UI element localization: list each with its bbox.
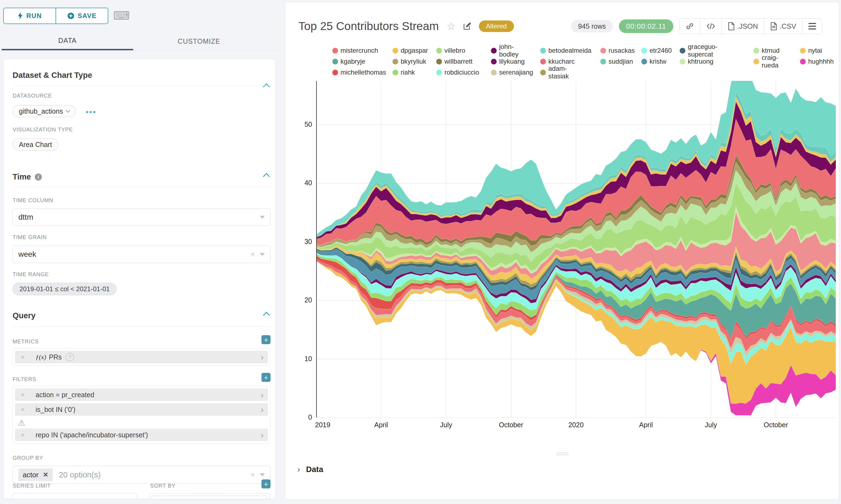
edit-title-icon[interactable] <box>462 22 472 31</box>
legend-item[interactable]: riahk <box>393 68 415 77</box>
legend-dot-icon <box>332 48 338 54</box>
clear-icon[interactable]: × <box>251 470 255 479</box>
remove-icon[interactable]: × <box>15 389 31 401</box>
add-filter-button[interactable]: + <box>261 373 271 382</box>
tab-customize[interactable]: CUSTOMIZE <box>133 32 265 50</box>
legend-item[interactable]: craig-rueda <box>754 56 778 66</box>
legend-item[interactable]: kgabryje <box>332 56 365 66</box>
remove-icon[interactable]: × <box>15 403 31 416</box>
sort-by-label: SORT BY <box>150 483 176 489</box>
row-count-badge: 945 rows <box>571 20 613 33</box>
save-button[interactable]: SAVE <box>56 8 108 23</box>
export-button-group: .JSON .CSV <box>680 18 822 34</box>
legend-label: kristw <box>650 58 666 65</box>
run-button[interactable]: RUN <box>4 8 55 23</box>
time-grain-select[interactable]: week × <box>13 246 271 263</box>
legend-item[interactable]: hughhhh <box>800 56 834 66</box>
group-by-placeholder: 20 option(s) <box>59 470 101 480</box>
legend-item[interactable]: lilykuang <box>491 56 525 66</box>
legend-item[interactable]: betodealmeida <box>540 46 591 55</box>
json-label: .JSON <box>737 22 758 31</box>
legend-dot-icon <box>540 48 546 54</box>
export-csv-button[interactable]: .CSV <box>764 19 803 34</box>
viz-type-select[interactable]: Area Chart <box>13 139 58 150</box>
legend-label: kgabryje <box>341 58 365 65</box>
altered-badge: Altered <box>479 20 514 32</box>
keyboard-shortcut-icon[interactable]: ⌨ <box>113 10 130 22</box>
filters-label: FILTERS <box>13 376 36 382</box>
time-range-pill[interactable]: 2019-01-01 ≤ col < 2021-01-01 <box>13 283 117 295</box>
legend-item[interactable]: graceguo-supercat <box>680 46 717 55</box>
legend-dot-icon <box>393 59 398 65</box>
add-metric-button[interactable]: + <box>261 335 271 344</box>
legend-label: mistercrunch <box>341 47 378 54</box>
group-by-select[interactable]: actor ✕ 20 option(s) × <box>13 466 271 484</box>
legend-label: robdiciuccio <box>444 69 479 76</box>
legend-label: graceguo-supercat <box>688 43 717 58</box>
copy-link-button[interactable] <box>680 19 700 34</box>
remove-icon[interactable]: × <box>15 351 31 363</box>
datasource-select[interactable]: github_actions <box>13 105 76 117</box>
link-icon <box>686 22 694 30</box>
legend-dot-icon <box>540 59 546 65</box>
remove-icon[interactable]: ✕ <box>43 471 48 479</box>
legend-item[interactable]: dpgaspar <box>393 46 428 55</box>
data-section-toggle[interactable]: › Data <box>297 465 323 474</box>
time-range-label: TIME RANGE <box>13 271 49 277</box>
collapse-icon[interactable] <box>263 83 270 90</box>
viz-type-value: Area Chart <box>19 141 52 149</box>
run-label: RUN <box>26 12 42 20</box>
legend-dot-icon <box>436 59 442 65</box>
chevron-right-icon: › <box>261 430 268 440</box>
legend-item[interactable]: bkyryliuk <box>393 56 426 66</box>
chevron-right-icon: › <box>261 352 268 362</box>
favorite-star-icon[interactable]: ☆ <box>447 20 456 32</box>
metrics-box: × ƒ(x) PRs ? › <box>13 348 271 366</box>
legend-item[interactable]: serenajiang <box>491 68 533 77</box>
filter-pill[interactable]: × is_bot IN ('0') › <box>15 403 268 416</box>
file-icon <box>728 22 735 30</box>
legend-item[interactable]: rusackas <box>600 46 635 55</box>
legend-item[interactable]: nytai <box>800 46 822 55</box>
legend-item[interactable]: villebro <box>436 46 465 55</box>
legend-item[interactable]: robdiciuccio <box>436 68 479 77</box>
group-by-tag[interactable]: actor ✕ <box>18 468 53 481</box>
legend-item[interactable]: willbarrett <box>436 56 473 66</box>
legend-dot-icon <box>600 59 606 65</box>
legend-item[interactable]: john-bodley <box>491 46 518 55</box>
y-tick-label: 50 <box>286 121 312 128</box>
time-column-select[interactable]: dttm <box>13 209 271 226</box>
legend-dot-icon <box>491 48 497 54</box>
sort-by-select[interactable] <box>149 493 269 499</box>
collapse-icon[interactable] <box>263 312 270 319</box>
filter-pill[interactable]: × action = pr_created › <box>15 389 268 401</box>
clear-icon[interactable]: × <box>251 250 255 259</box>
legend-label: nytai <box>808 47 822 54</box>
datasource-more-icon[interactable]: ••• <box>86 108 97 116</box>
plus-circle-icon <box>67 12 74 19</box>
remove-icon[interactable]: × <box>15 429 31 441</box>
metric-value: PRs <box>49 353 62 361</box>
resize-handle[interactable] <box>556 453 569 456</box>
stream-area-chart[interactable] <box>316 81 836 418</box>
metric-pill[interactable]: × ƒ(x) PRs ? › <box>15 351 268 363</box>
legend-dot-icon <box>491 59 497 65</box>
filter-pill[interactable]: × repo IN ('apache/incubator-superset') … <box>15 429 268 441</box>
legend-item[interactable]: suddjian <box>600 56 633 66</box>
export-json-button[interactable]: .JSON <box>722 19 765 34</box>
collapse-icon[interactable] <box>263 173 270 180</box>
legend-item[interactable]: mistercrunch <box>332 46 378 55</box>
add-sort-button[interactable]: + <box>261 480 271 488</box>
legend-dot-icon <box>540 70 546 75</box>
legend-item[interactable]: michellethomas <box>332 68 386 77</box>
legend-item[interactable]: adam-stasiak <box>540 68 569 77</box>
legend-label: lilykuang <box>499 58 525 65</box>
tab-data[interactable]: DATA <box>2 32 133 50</box>
filter-value: action = pr_created <box>36 391 95 399</box>
legend-item[interactable]: kristw <box>641 56 666 66</box>
menu-button[interactable] <box>803 19 822 34</box>
legend-item[interactable]: khtruong <box>680 56 713 66</box>
legend-item[interactable]: etr2460 <box>641 46 672 55</box>
series-limit-input[interactable]: 25 <box>13 493 137 499</box>
embed-code-button[interactable] <box>700 19 722 34</box>
